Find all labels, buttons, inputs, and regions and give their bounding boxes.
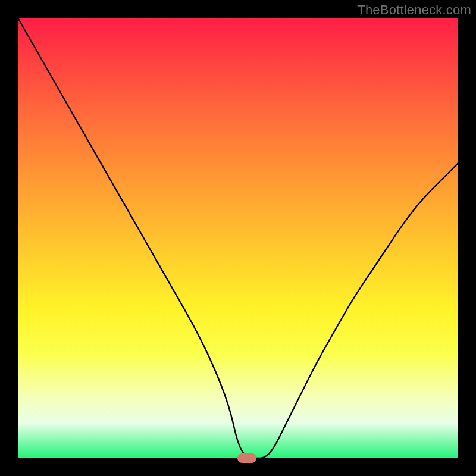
- watermark-text: TheBottleneck.com: [357, 2, 471, 18]
- curve-path: [18, 18, 458, 458]
- plot-area: [18, 18, 458, 458]
- bottleneck-curve: [18, 18, 458, 458]
- chart-frame: TheBottleneck.com: [0, 0, 476, 476]
- optimal-marker: [237, 453, 256, 463]
